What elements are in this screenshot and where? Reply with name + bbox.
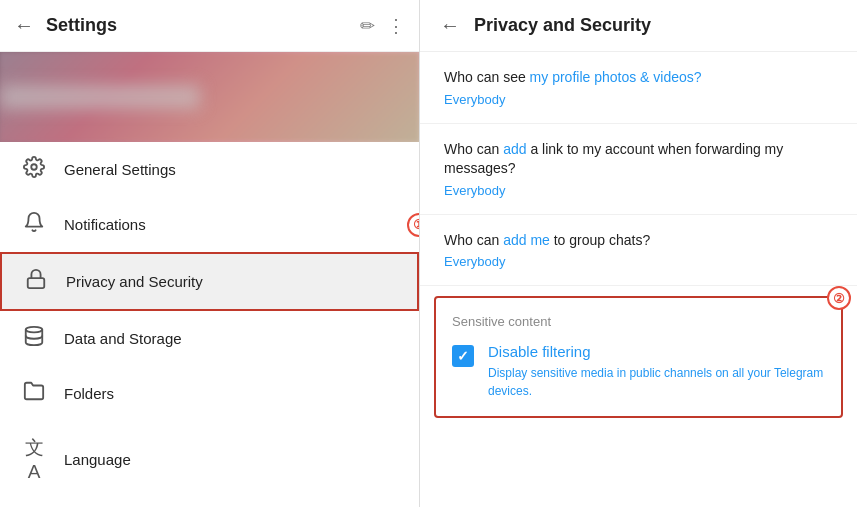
bell-icon <box>20 211 48 238</box>
disable-filtering-checkbox[interactable]: ✓ <box>452 345 474 367</box>
right-back-button[interactable]: ← <box>440 14 460 37</box>
menu-item-privacy[interactable]: Privacy and Security <box>0 252 419 311</box>
folder-icon <box>20 380 48 407</box>
notifications-badge: ① <box>407 213 419 237</box>
sensitive-section-title: Sensitive content <box>452 314 825 329</box>
profile-name-blur <box>0 85 200 109</box>
privacy-item-profile-photos[interactable]: Who can see my profile photos & videos? … <box>420 52 857 124</box>
disable-filtering-label: Disable filtering <box>488 343 825 360</box>
menu-item-data[interactable]: Data and Storage <box>0 311 419 366</box>
menu-item-notifications[interactable]: Notifications ① <box>0 197 419 252</box>
gear-icon <box>20 156 48 183</box>
privacy-question-2: Who can add a link to my account when fo… <box>444 140 833 179</box>
more-icon[interactable]: ⋮ <box>387 15 405 37</box>
question-1-part-1: Who can see <box>444 69 530 85</box>
disable-filtering-desc: Display sensitive media in public channe… <box>488 364 825 400</box>
right-header: ← Privacy and Security <box>420 0 857 52</box>
left-panel-title: Settings <box>46 15 348 36</box>
menu-label-folders: Folders <box>64 385 399 402</box>
edit-icon[interactable]: ✏ <box>360 15 375 37</box>
lock-icon <box>22 268 50 295</box>
svg-rect-1 <box>28 278 45 288</box>
left-back-button[interactable]: ← <box>14 14 34 37</box>
menu-label-language: Language <box>64 451 399 468</box>
menu-label-privacy: Privacy and Security <box>66 273 397 290</box>
privacy-answer-3: Everybody <box>444 254 833 269</box>
settings-menu-list: General Settings Notifications ① Privacy… <box>0 142 419 507</box>
svg-point-2 <box>26 327 43 333</box>
menu-item-language[interactable]: 文A Language <box>0 421 419 497</box>
question-3-part-2: to group chats? <box>550 232 650 248</box>
privacy-question-1: Who can see my profile photos & videos? <box>444 68 833 88</box>
translate-icon: 文A <box>20 435 48 483</box>
sensitive-content-box: Sensitive content ✓ Disable filtering Di… <box>434 296 843 418</box>
privacy-answer-1: Everybody <box>444 92 833 107</box>
svg-point-0 <box>31 164 37 170</box>
sensitive-text: Disable filtering Display sensitive medi… <box>488 343 825 400</box>
question-3-highlighted: add me <box>503 232 550 248</box>
sensitive-badge: ② <box>827 286 851 310</box>
left-header: ← Settings ✏ ⋮ <box>0 0 419 52</box>
privacy-question-3: Who can add me to group chats? <box>444 231 833 251</box>
question-3-part-1: Who can <box>444 232 503 248</box>
privacy-answer-2: Everybody <box>444 183 833 198</box>
right-panel: ← Privacy and Security Who can see my pr… <box>420 0 857 507</box>
question-2-part-1: Who can <box>444 141 503 157</box>
menu-item-general[interactable]: General Settings <box>0 142 419 197</box>
right-panel-title: Privacy and Security <box>474 15 651 36</box>
checkmark-icon: ✓ <box>457 348 469 364</box>
sensitive-row: ✓ Disable filtering Display sensitive me… <box>452 343 825 400</box>
menu-label-general: General Settings <box>64 161 399 178</box>
menu-item-folders[interactable]: Folders <box>0 366 419 421</box>
privacy-item-forward-link[interactable]: Who can add a link to my account when fo… <box>420 124 857 215</box>
profile-banner <box>0 52 419 142</box>
privacy-item-group-chats[interactable]: Who can add me to group chats? Everybody <box>420 215 857 287</box>
menu-label-notifications: Notifications <box>64 216 399 233</box>
question-1-highlighted: my profile photos & videos? <box>530 69 702 85</box>
database-icon <box>20 325 48 352</box>
left-panel: ← Settings ✏ ⋮ General Settings <box>0 0 420 507</box>
question-2-highlighted: add <box>503 141 526 157</box>
right-content: Who can see my profile photos & videos? … <box>420 52 857 507</box>
menu-label-data: Data and Storage <box>64 330 399 347</box>
